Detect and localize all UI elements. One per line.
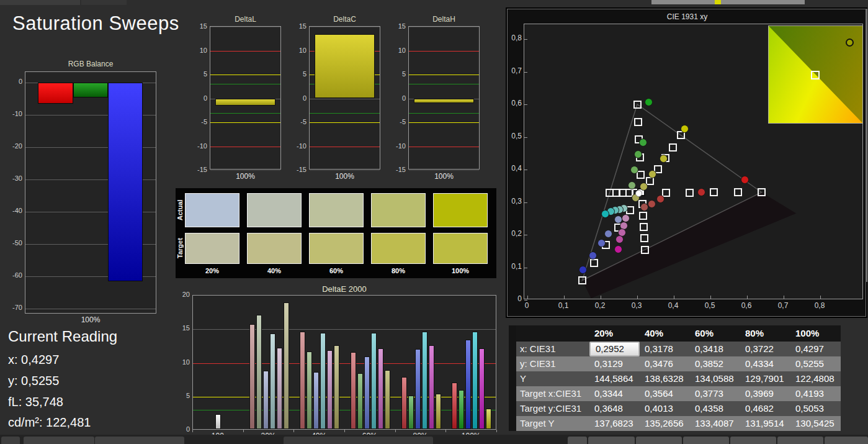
table-cell[interactable]: 0,4358 — [690, 401, 740, 416]
cie-x-tick — [674, 296, 674, 299]
deltae-ytick: 15 — [175, 324, 190, 332]
swatch-panel: ActualTarget20%40%60%80%100% — [176, 188, 496, 278]
swatch-target-80% — [371, 233, 426, 264]
deltae-bar — [351, 352, 356, 429]
delta-ytick: 0 — [292, 94, 306, 102]
table-cell[interactable]: 0,3722 — [740, 342, 790, 356]
taskbar-segment-4[interactable] — [284, 437, 433, 444]
table-cell[interactable]: 138,6328 — [640, 371, 690, 386]
cie-measured-point — [634, 150, 642, 158]
deltae-ytick: 0 — [175, 425, 190, 433]
table-cell[interactable]: 135,2656 — [640, 416, 690, 431]
rgb-bar-green — [73, 83, 108, 97]
deltae-bar — [415, 349, 421, 429]
swatch-target-60% — [309, 233, 364, 264]
swatch-target-40% — [247, 233, 302, 264]
deltae-bar — [385, 370, 390, 429]
taskbar-segment-7[interactable] — [636, 437, 682, 444]
deltae-bar — [408, 396, 414, 429]
table-cell[interactable]: 0,4334 — [740, 356, 790, 371]
table-cell[interactable]: 0,4297 — [790, 342, 841, 356]
delta-ytick: 10 — [192, 47, 207, 54]
table-cell[interactable]: 0,3773 — [690, 386, 740, 401]
cie-target-square — [669, 143, 677, 152]
table-cell[interactable]: 0,3476 — [640, 356, 690, 371]
table-cell[interactable]: 0,3178 — [640, 342, 690, 356]
taskbar-segment-3[interactable] — [95, 437, 184, 444]
current-reading-title: Current Reading — [8, 328, 117, 345]
delta-chart-title: DeltaC — [309, 15, 380, 24]
reading-fl: fL: 35,748 — [8, 395, 63, 409]
delta-ytick: 5 — [391, 70, 406, 78]
taskbar-segment-9[interactable] — [730, 437, 776, 444]
table-row: Y144,5864138,6328134,0588129,7901122,480… — [509, 371, 841, 386]
deltae-xtick — [496, 430, 497, 432]
delta-ytick: -5 — [192, 118, 207, 125]
delta-ytick: -10 — [292, 142, 306, 150]
table-cell[interactable]: 130,5425 — [790, 416, 841, 431]
taskbar-segment-1[interactable] — [1, 437, 20, 444]
table-cell[interactable]: 0,3129 — [589, 356, 640, 371]
table-cell[interactable]: 0,4682 — [740, 401, 790, 416]
delta-ytick: 15 — [292, 22, 306, 30]
deltae-bar — [334, 345, 339, 429]
taskbar-segment-11[interactable] — [825, 437, 868, 444]
delta-x-label: 100% — [210, 172, 281, 181]
swatch-actual-60% — [309, 193, 364, 227]
table-cell[interactable]: 122,4808 — [790, 371, 841, 386]
table-cell[interactable]: 0,3344 — [589, 386, 640, 401]
table-row: Target y:CIE310,36480,40130,43580,46820,… — [509, 401, 841, 416]
taskbar-segment-8[interactable] — [683, 437, 729, 444]
delta-ytick: -5 — [292, 118, 306, 125]
table-edge-cell — [509, 386, 516, 401]
deltae-bar — [306, 351, 312, 429]
deltae-bar — [263, 371, 269, 429]
table-cell[interactable]: 0,4013 — [640, 401, 690, 416]
table-cell[interactable]: 0,3418 — [690, 342, 740, 356]
deltae-ytick: 10 — [175, 358, 190, 366]
table-edge-cell — [509, 356, 516, 371]
limit-line-red — [310, 147, 380, 147]
swatch-col-label: 20% — [185, 267, 239, 274]
table-cell[interactable]: 129,7901 — [740, 371, 790, 386]
delta-gridline — [409, 170, 479, 171]
swatch-actual-20% — [185, 193, 239, 227]
cie-target-square — [590, 259, 598, 267]
taskbar-segment-10[interactable] — [777, 437, 823, 444]
taskbar-segment-2[interactable] — [24, 437, 94, 444]
table-cell[interactable]: 133,4087 — [690, 416, 740, 431]
top-tab-2[interactable] — [81, 0, 127, 5]
deltae-bar — [249, 324, 255, 429]
table-cell[interactable]: 137,6823 — [589, 416, 640, 431]
table-cell[interactable]: 144,5864 — [589, 371, 640, 386]
rgb-ytick: -70 — [5, 304, 22, 311]
cie-y-tick — [524, 104, 527, 105]
table-cell[interactable]: 134,0588 — [690, 371, 740, 386]
table-cell-selected[interactable]: 0,2952 — [589, 342, 640, 356]
swatch-actual-100% — [433, 193, 488, 227]
top-tab-1[interactable] — [0, 0, 80, 5]
rgb-bar-blue — [108, 83, 143, 281]
table-header-cell[interactable]: 100% — [790, 325, 841, 342]
table-header-cell[interactable]: 20% — [589, 325, 640, 342]
app-window: { "app": { "title": "Saturation Sweeps" … — [0, 0, 868, 444]
table-header-cell[interactable]: 40% — [640, 325, 690, 342]
table-row-label: Target x:CIE31 — [516, 386, 589, 401]
table-cell[interactable]: 0,3564 — [640, 386, 690, 401]
table-cell[interactable]: 0,5053 — [790, 401, 841, 416]
taskbar-segment-5[interactable] — [568, 437, 587, 444]
cie-x-tick — [637, 296, 638, 299]
table-header-cell[interactable]: 60% — [690, 325, 740, 342]
table-cell[interactable]: 0,4193 — [790, 386, 841, 401]
table-cell[interactable]: 0,3969 — [740, 386, 790, 401]
swatch-target-100% — [433, 233, 488, 264]
taskbar-segment-6[interactable] — [588, 437, 635, 444]
table-cell[interactable]: 0,3852 — [690, 356, 740, 371]
table-cell[interactable]: 0,3648 — [589, 401, 640, 416]
table-header-cell[interactable]: 80% — [740, 325, 790, 342]
delta-chart-title: DeltaL — [210, 15, 281, 24]
table-cell[interactable]: 131,9514 — [740, 416, 790, 431]
deltae-limit-line — [193, 397, 496, 397]
table-cell[interactable]: 0,5255 — [790, 356, 841, 371]
right-scrollbar[interactable] — [866, 9, 867, 282]
